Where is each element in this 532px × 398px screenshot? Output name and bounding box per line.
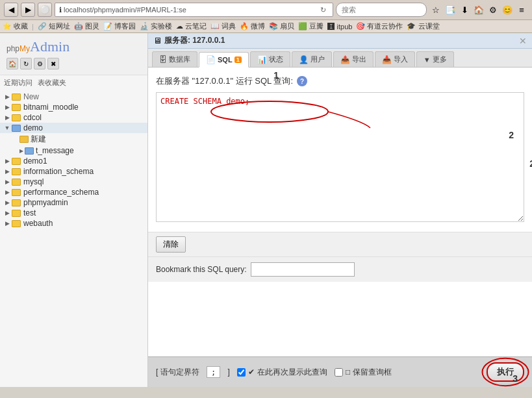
pma-refresh-icon[interactable]: ↻: [20, 58, 32, 69]
nav-favorites[interactable]: 表收藏夹: [38, 78, 66, 88]
tab-export[interactable]: 📤 导出: [333, 51, 374, 67]
db-item-webauth[interactable]: ▶ webauth: [0, 218, 147, 229]
db-icon-cdcol: [12, 114, 22, 121]
tab-export-label: 导出: [352, 55, 366, 64]
tab-more-label: ▼: [424, 56, 431, 64]
db-item-new-sub[interactable]: 新建: [0, 133, 147, 145]
clear-button-row: 清除: [148, 232, 532, 256]
sql-panel: 在服务器 "127.0.0.1" 运行 SQL 查询: ? CREATE SCH…: [148, 68, 532, 232]
back-button[interactable]: ◀: [4, 3, 18, 17]
address-bar[interactable]: ℹ localhost/phpmyadmin/#PMAURL-1:se ↻: [55, 3, 333, 17]
db-item-perfschema[interactable]: ▶ performance_schema: [0, 187, 147, 197]
tab-database[interactable]: 🗄 数据库: [152, 51, 197, 67]
expand-icon-perfschema: ▶: [3, 188, 12, 197]
star-icon[interactable]: ☆: [429, 3, 442, 16]
db-label-mysql: mysql: [23, 177, 44, 186]
clear-button[interactable]: 清除: [156, 236, 186, 253]
bm-note[interactable]: ☁ 云笔记: [176, 21, 207, 31]
bm-shanbay[interactable]: 📚 扇贝: [269, 21, 294, 31]
keep-query-checkbox[interactable]: [335, 368, 343, 377]
nav-recent[interactable]: 近期访问: [4, 78, 32, 88]
panel-close-button[interactable]: ✕: [519, 36, 527, 46]
bookmark-input[interactable]: [251, 262, 355, 277]
db-item-tmessage[interactable]: ▶ t_message: [0, 145, 147, 156]
forward-button[interactable]: ▶: [21, 3, 35, 17]
tab-users[interactable]: 👤 用户: [292, 51, 332, 67]
expand-icon-demo: ▼: [3, 123, 12, 132]
avatar-icon[interactable]: 😊: [501, 3, 514, 16]
pma-home-icon[interactable]: 🏠: [6, 58, 18, 69]
pma-logo-php: php: [6, 44, 19, 53]
db-item-demo1[interactable]: ▶ demo1: [0, 156, 147, 166]
exec-button[interactable]: 执行: [487, 362, 524, 382]
bm-dict[interactable]: 📖 词典: [210, 21, 236, 31]
bm-shorturl[interactable]: 🔗 短网址: [38, 21, 70, 31]
expand-icon-webauth: ▶: [3, 219, 12, 228]
sub-icon-new: [19, 136, 29, 143]
search-input[interactable]: [336, 3, 427, 17]
db-item-cdcol[interactable]: ▶ cdcol: [0, 112, 147, 123]
delimiter-suffix: ]: [228, 367, 230, 377]
sidebar-nav: 近期访问 表收藏夹: [0, 75, 147, 90]
expand-icon-bitnami: ▶: [3, 103, 12, 112]
pma-logo-admin: Admin: [30, 38, 70, 55]
db-item-new[interactable]: ▶ New: [0, 92, 147, 102]
settings-icon[interactable]: ⚙: [487, 3, 500, 16]
bm-weibo[interactable]: 🔥 微博: [240, 21, 265, 31]
bm-itpub[interactable]: 🅸 itpub: [327, 23, 352, 31]
panel-header: 🖥 服务器: 127.0.0.1 ✕: [148, 33, 532, 49]
footer-bar: [ 语句定界符 ; ] ✔ 在此再次显示此查询 □ 保留查询框 执行: [148, 356, 532, 387]
exec-btn-wrapper: 执行: [487, 362, 524, 382]
db-item-infoschema[interactable]: ▶ information_schema: [0, 166, 147, 177]
db-item-bitnami[interactable]: ▶ bitnami_moodle: [0, 102, 147, 112]
sub-icon-tmessage: [25, 147, 34, 155]
tab-import[interactable]: 📥 导入: [375, 51, 415, 67]
sql-editor[interactable]: CREATE SCHEMA demo;: [156, 92, 524, 222]
download-icon[interactable]: ⬇: [458, 3, 471, 16]
bookmarks-bar: ⭐ 收藏 | 🔗 短网址 🤖 图灵 📝 博客园 🔬 实验楼 ☁ 云笔记 📖 词典…: [0, 20, 532, 33]
db-icon-mysql: [12, 178, 22, 186]
db-item-test[interactable]: ▶ test: [0, 208, 147, 218]
bm-douban[interactable]: 🟩 豆瓣: [298, 21, 323, 31]
help-icon[interactable]: ?: [297, 76, 307, 86]
db-label-demo: demo: [23, 123, 43, 132]
tab-sql[interactable]: 📄 SQL 1: [199, 52, 249, 68]
status-tab-icon: 📊: [257, 55, 267, 64]
bm-youdao[interactable]: 🎯 有道云协作: [356, 21, 403, 31]
db-icon-demo: [12, 124, 22, 132]
show-query-checkbox[interactable]: [237, 368, 246, 377]
db-item-mysql[interactable]: ▶ mysql: [0, 177, 147, 187]
bm-favorites[interactable]: ⭐ 收藏: [3, 21, 28, 31]
menu-icon[interactable]: ≡: [515, 3, 528, 16]
home-button[interactable]: ⚪: [38, 3, 52, 17]
bookmark-icon[interactable]: 📑: [444, 3, 457, 16]
lock-icon: ℹ: [59, 6, 62, 14]
tab-status-label: 状态: [269, 55, 283, 64]
bm-lab[interactable]: 🔬 实验楼: [140, 21, 172, 31]
db-label-pma: phpmyadmin: [23, 198, 68, 207]
db-icon-pma: [12, 199, 22, 206]
tab-import-label: 导入: [394, 55, 408, 64]
pma-exit-icon[interactable]: ✖: [47, 58, 59, 69]
db-item-pma[interactable]: ▶ phpmyadmin: [0, 197, 147, 208]
tab-status[interactable]: 📊 状态: [250, 51, 290, 67]
bm-turing[interactable]: 🤖 图灵: [74, 21, 99, 31]
pma-logo-my: My: [19, 44, 30, 53]
home-nav-icon[interactable]: 🏠: [472, 3, 485, 16]
bm-class[interactable]: 🎓 云课堂: [407, 21, 439, 31]
expand-icon-test: ▶: [3, 208, 12, 218]
pma-icon-bar: 🏠 ↻ ⚙ ✖: [6, 58, 141, 69]
db-icon-bitnami: [12, 103, 22, 111]
tab-more[interactable]: ▼ 更多: [416, 51, 454, 67]
sql-tab-icon: 📄: [206, 55, 216, 64]
db-label-perfschema: performance_schema: [23, 188, 99, 197]
refresh-button[interactable]: ↻: [317, 4, 329, 16]
pma-config-icon[interactable]: ⚙: [34, 58, 45, 69]
db-tab-icon: 🗄: [159, 55, 167, 64]
db-item-demo[interactable]: ▼ demo: [0, 123, 147, 133]
browser-chrome: ◀ ▶ ⚪ ℹ localhost/phpmyadmin/#PMAURL-1:s…: [0, 0, 532, 33]
bm-cnblog[interactable]: 📝 博客园: [103, 21, 136, 31]
panel-title: 🖥 服务器: 127.0.0.1: [153, 35, 519, 46]
bookmark-label: Bookmark this SQL query:: [156, 265, 247, 274]
db-icon-new: [12, 93, 22, 101]
